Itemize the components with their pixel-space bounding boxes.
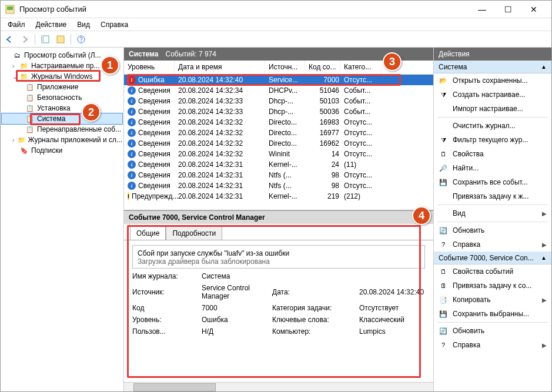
tree-forwarded[interactable]: 📋Перенаправленные соб...: [2, 124, 122, 135]
cell-source: Directo...: [269, 118, 309, 126]
tree-label: Журналы Windows: [31, 72, 92, 81]
detail-message: Сбой при запуске службы "luafv" из-за ош…: [132, 245, 425, 269]
level-icon: !: [128, 76, 136, 84]
cell-source: Ntfs (...: [269, 171, 309, 179]
menu-file[interactable]: Файл: [3, 19, 30, 30]
actions-group-event[interactable]: Событие 7000, Service Con...▲: [434, 252, 551, 264]
action-open-saved[interactable]: 📂Открыть сохраненны...: [434, 73, 551, 88]
cell-code: 14: [309, 150, 344, 158]
event-row[interactable]: iСведения20.08.2024 14:32:31Ntfs (...98О…: [124, 180, 433, 191]
event-row[interactable]: !Ошибка20.08.2024 14:32:40Service...7000…: [124, 75, 433, 85]
save-icon: 💾: [439, 177, 448, 187]
log-icon: 📋: [25, 125, 35, 134]
label-lvl: Уровень:: [132, 316, 197, 324]
tree-pane: 🗂Просмотр событий (Л... ›📁Настраиваемые …: [1, 48, 124, 391]
event-row[interactable]: iСведения20.08.2024 14:32:34DHCPv...5104…: [124, 85, 433, 96]
action-help-2[interactable]: ?Справка▶: [434, 338, 551, 352]
tree-setup[interactable]: 📋Установка: [2, 103, 122, 113]
cell-level: Сведения: [138, 129, 170, 137]
level-icon: i: [128, 108, 136, 116]
event-row[interactable]: iСведения20.08.2024 14:32:31Kernel-...24…: [124, 159, 433, 170]
action-event-attach-task[interactable]: 🗓Привязать задачу к со...: [434, 279, 551, 293]
show-tree-button[interactable]: [39, 33, 52, 46]
task-icon: 🗓: [439, 281, 448, 290]
cell-category: Отсутс...: [344, 171, 385, 179]
cell-code: 24: [309, 160, 344, 169]
action-import-custom[interactable]: Импорт настраивае...: [434, 102, 551, 116]
event-row[interactable]: !Предупрежд...20.08.2024 14:32:31Kernel-…: [124, 191, 433, 202]
forward-button[interactable]: [18, 33, 31, 46]
tree-security[interactable]: 📋Безопасность: [2, 92, 122, 103]
col-code[interactable]: Код со...: [305, 61, 340, 74]
action-find[interactable]: 🔎Найти...: [434, 161, 551, 175]
tab-details[interactable]: Подробности: [166, 226, 222, 240]
find-icon: 🔎: [439, 163, 448, 173]
cell-source: Kernel-...: [269, 192, 309, 200]
action-help[interactable]: ?Справка▶: [434, 237, 551, 252]
actions-group-system[interactable]: Система▲: [434, 61, 551, 73]
action-copy[interactable]: 📑Копировать▶: [434, 293, 551, 307]
properties-icon: 🗒: [439, 149, 448, 159]
action-properties[interactable]: 🗒Свойства: [434, 147, 551, 161]
event-row[interactable]: iСведения20.08.2024 14:32:33Dhcp-...5003…: [124, 106, 433, 117]
tab-general[interactable]: Общие: [130, 226, 166, 240]
back-button[interactable]: [3, 33, 16, 46]
cell-category: Отсутс...: [344, 76, 385, 84]
action-event-properties[interactable]: 🗒Свойства событий: [434, 264, 551, 279]
view-button[interactable]: [54, 33, 67, 46]
cell-source: Ntfs (...: [269, 182, 309, 190]
tree-system[interactable]: 📋Система: [2, 113, 122, 124]
tree-app-services[interactable]: ›📁Журналы приложений и сл...: [2, 135, 122, 145]
cell-datetime: 20.08.2024 14:32:31: [178, 171, 269, 179]
tree-subscriptions[interactable]: 🔖Подписки: [2, 145, 122, 156]
chevron-right-icon: ▶: [542, 342, 547, 349]
event-row[interactable]: iСведения20.08.2024 14:32:31Ntfs (...98О…: [124, 170, 433, 180]
cell-level: Сведения: [138, 139, 170, 148]
center-pane: Система Событий: 7 974 Уровень Дата и вр…: [124, 48, 434, 391]
annotation-callout-4: 4: [412, 206, 431, 225]
event-list[interactable]: !Ошибка20.08.2024 14:32:40Service...7000…: [124, 75, 433, 210]
close-button[interactable]: ✕: [521, 1, 547, 18]
cell-level: Сведения: [138, 118, 170, 126]
cell-source: Dhcp-...: [269, 108, 309, 116]
action-save-selected[interactable]: 💾Сохранить выбранны...: [434, 307, 551, 321]
menu-action[interactable]: Действие: [31, 19, 72, 30]
cell-source: Dhcp-...: [269, 97, 309, 105]
menu-view[interactable]: Вид: [72, 19, 95, 30]
menu-help[interactable]: Справка: [96, 19, 133, 30]
cell-code: 7000: [309, 76, 344, 84]
event-row[interactable]: iСведения20.08.2024 14:32:32Directo...16…: [124, 128, 433, 138]
event-row[interactable]: iСведения20.08.2024 14:32:32Directo...16…: [124, 138, 433, 149]
tree-application[interactable]: 📋Приложение: [2, 82, 122, 92]
col-source[interactable]: Источн...: [265, 61, 305, 74]
action-refresh[interactable]: 🔄Обновить: [434, 223, 551, 237]
cell-level: Сведения: [138, 171, 170, 179]
msg-line-1: Сбой при запуске службы "luafv" из-за ош…: [138, 249, 420, 257]
help-button[interactable]: ?: [75, 33, 88, 46]
event-row[interactable]: iСведения20.08.2024 14:32:33Dhcp-...5010…: [124, 96, 433, 106]
action-filter[interactable]: ⧩Фильтр текущего жур...: [434, 133, 551, 147]
action-refresh-2[interactable]: 🔄Обновить: [434, 324, 551, 338]
cell-code: 16962: [309, 139, 344, 148]
maximize-button[interactable]: ☐: [495, 1, 521, 18]
event-row[interactable]: iСведения20.08.2024 14:32:32Directo...16…: [124, 117, 433, 128]
subscriptions-icon: 🔖: [19, 146, 29, 155]
detail-hscroll[interactable]: [124, 382, 433, 391]
tree-label: Журналы приложений и сл...: [28, 136, 122, 144]
cell-level: Сведения: [138, 182, 170, 190]
eventviewer-icon: 🗂: [12, 51, 22, 60]
cell-datetime: 20.08.2024 14:32:40: [178, 76, 269, 84]
col-level[interactable]: Уровень: [124, 61, 175, 74]
refresh-icon: 🔄: [439, 226, 448, 235]
minimize-button[interactable]: —: [469, 1, 495, 18]
cell-level: Сведения: [138, 86, 170, 95]
annotation-callout-3: 3: [383, 52, 402, 71]
action-attach-task[interactable]: Привязать задачу к ж...: [434, 189, 551, 203]
action-create-custom[interactable]: ⧩Создать настраивае...: [434, 88, 551, 102]
action-view[interactable]: Вид▶: [434, 206, 551, 220]
col-datetime[interactable]: Дата и время: [175, 61, 265, 74]
action-clear-log[interactable]: Очистить журнал...: [434, 119, 551, 133]
col-category[interactable]: Катего...: [340, 61, 382, 74]
event-row[interactable]: iСведения20.08.2024 14:32:32Wininit14Отс…: [124, 149, 433, 159]
action-save-all[interactable]: 💾Сохранить все событ...: [434, 175, 551, 189]
